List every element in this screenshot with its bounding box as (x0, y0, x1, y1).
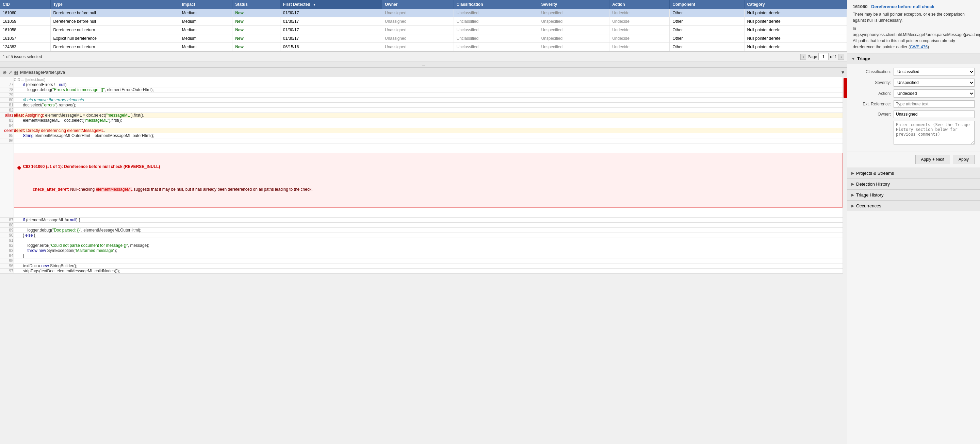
line-content: logger.debug("Errors found in message: {… (14, 87, 843, 92)
table-row[interactable]: 161059 Dereference before null Medium Ne… (0, 17, 847, 26)
cell-status: New (232, 26, 280, 34)
classification-label: Classification: (853, 69, 894, 74)
triage-history-arrow-icon: ▶ (851, 193, 854, 197)
line-content: doc.select("errors").remove(); (14, 103, 843, 108)
detection-history-header[interactable]: ▶ Detection History (847, 179, 980, 189)
triage-section: ▼ Triage Classification: Unclassified Bu… (847, 53, 980, 152)
left-panel: CID Type Impact Status First Detected ▼ … (0, 0, 847, 444)
line-content: elementMessageML = doc.select("messageML… (14, 118, 843, 123)
triage-label: Triage (857, 56, 870, 61)
file-icon[interactable]: ▦ (14, 70, 18, 75)
code-scroll-wrapper: CID ... [select.load] 77 if (elementErro… (0, 77, 847, 444)
occurrences-label: Occurrences (856, 203, 881, 208)
cell-cid: 124383 (0, 43, 50, 51)
triage-history-header[interactable]: ▶ Triage History (847, 190, 980, 200)
ext-reference-input[interactable] (894, 100, 975, 108)
code-vscroll-thumb (843, 78, 847, 98)
owner-input[interactable] (894, 111, 975, 118)
line-content (14, 258, 843, 263)
code-vscroll[interactable] (843, 77, 847, 444)
table-row[interactable]: 124383 Dereference null return Medium Ne… (0, 43, 847, 51)
close-code-button[interactable]: ▾ (842, 69, 844, 76)
occurrences-header[interactable]: ▶ Occurrences (847, 201, 980, 211)
col-type[interactable]: Type (50, 0, 179, 9)
cell-severity: Unspecified (538, 17, 609, 26)
drag-handle[interactable]: ... (0, 62, 847, 68)
col-action[interactable]: Action (609, 0, 670, 9)
col-category[interactable]: Category (744, 0, 846, 9)
triage-header[interactable]: ▼ Triage (847, 53, 980, 64)
cell-owner: Unassigned (382, 43, 454, 51)
issues-table-area: CID Type Impact Status First Detected ▼ … (0, 0, 847, 51)
issue-title: Dereference before null check (871, 4, 934, 9)
table-row[interactable]: 161060 Dereference before null Medium Ne… (0, 9, 847, 17)
table-row[interactable]: 161058 Dereference null return Medium Ne… (0, 26, 847, 34)
issue-desc-line1: There may be a null pointer exception, o… (853, 11, 975, 24)
code-line: 97 stripTags(textDoc, elementMessageML.c… (0, 269, 843, 274)
apply-next-button[interactable]: Apply + Next (915, 155, 950, 164)
action-label: Action: (853, 91, 894, 96)
severity-label: Severity: (853, 80, 894, 85)
error-icon: ◆ (17, 164, 21, 171)
owner-row: Owner: (853, 111, 975, 118)
line-content (14, 123, 843, 128)
error-title: CID 161060 (#1 of 1): Dereference before… (23, 164, 160, 169)
table-row[interactable]: 161057 Explicit null dereference Medium … (0, 34, 847, 43)
cell-impact: Medium (179, 9, 232, 17)
action-select[interactable]: Undecided Fix Required Defer Ignore (894, 89, 975, 98)
cell-category: Null pointer derefe (744, 9, 846, 17)
error-content: ◆ CID 161060 (#1 of 1): Dereference befo… (14, 143, 843, 217)
cwe-link[interactable]: CWE-476 (910, 44, 928, 49)
classification-select[interactable]: Unclassified Bug Intentional False Posit… (894, 68, 975, 76)
line-content: stripTags(textDoc, elementMessageML.chil… (14, 269, 843, 274)
cell-status: New (232, 17, 280, 26)
apply-button[interactable]: Apply (953, 155, 975, 164)
projects-streams-header[interactable]: ▶ Projects & Streams (847, 168, 980, 179)
annotation-deref-num: deref (0, 128, 14, 133)
annotation-alias-line: alias alias: Assigning: elementMessageML… (0, 113, 843, 118)
cell-impact: Medium (179, 34, 232, 43)
code-line: 91 (0, 238, 843, 243)
cell-category: Null pointer derefe (744, 34, 846, 43)
comments-textarea[interactable] (894, 121, 975, 144)
projects-streams-label: Projects & Streams (856, 171, 894, 176)
severity-select[interactable]: Unspecified Major Moderate Minor (894, 79, 975, 87)
col-cid[interactable]: CID (0, 0, 50, 9)
line-number: 83 (0, 118, 14, 123)
col-owner[interactable]: Owner (382, 0, 454, 9)
line-content: String elementMessageMLOuterHtml = eleme… (14, 133, 843, 138)
cell-severity: Unspecified (538, 9, 609, 17)
col-component[interactable]: Component (670, 0, 744, 9)
code-line: 87 if (elementMessageML != null) { (0, 217, 843, 223)
line-content (14, 223, 843, 228)
line-number: 88 (0, 223, 14, 228)
cell-type: Dereference before null (50, 9, 179, 17)
page-input[interactable] (818, 53, 829, 60)
line-content (14, 108, 843, 113)
detection-history-section: ▶ Detection History (847, 179, 980, 189)
cell-owner: Unassigned (382, 26, 454, 34)
col-classification[interactable]: Classification (453, 0, 538, 9)
classification-row: Classification: Unclassified Bug Intenti… (853, 68, 975, 76)
next-page-button[interactable]: › (838, 54, 844, 60)
line-number: 85 (0, 133, 14, 138)
line-number: 93 (0, 248, 14, 253)
annotation-alias-num: alias (0, 113, 14, 118)
sort-arrow: ▼ (313, 3, 316, 6)
col-status[interactable]: Status (232, 0, 280, 9)
cell-cid: 161058 (0, 26, 50, 34)
col-impact[interactable]: Impact (179, 0, 232, 9)
cell-action: Undecide (609, 26, 670, 34)
prev-page-button[interactable]: ‹ (800, 54, 807, 60)
cell-status: New (232, 43, 280, 51)
code-line: 84 (0, 123, 843, 128)
severity-control: Unspecified Major Moderate Minor (894, 79, 975, 87)
col-severity[interactable]: Severity (538, 0, 609, 9)
code-area[interactable]: CID ... [select.load] 77 if (elementErro… (0, 77, 843, 444)
col-first-detected[interactable]: First Detected ▼ (280, 0, 382, 9)
page-total: of 1 (830, 54, 837, 59)
cell-type: Dereference null return (50, 26, 179, 34)
pin-icon[interactable]: ⊕ (3, 70, 7, 75)
expand-icon[interactable]: ⤢ (8, 70, 12, 75)
cell-classification: Unclassified (453, 34, 538, 43)
